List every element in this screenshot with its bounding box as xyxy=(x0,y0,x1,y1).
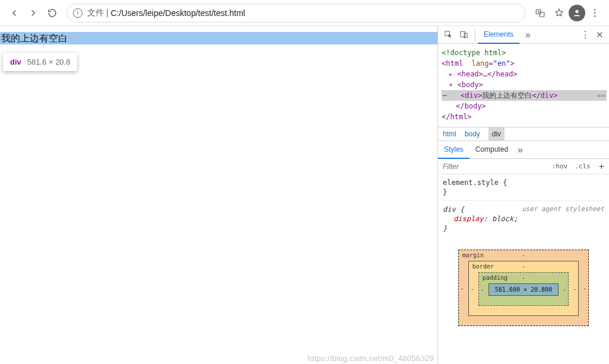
device-toggle-icon[interactable] xyxy=(457,28,470,41)
dom-selection-dots-icon[interactable]: ⋯ xyxy=(439,90,450,101)
new-style-rule-icon[interactable]: + xyxy=(594,161,609,172)
hov-toggle[interactable]: :hov xyxy=(548,162,572,170)
devtools-menu-icon[interactable]: ⋮ xyxy=(579,29,591,40)
dom-html-open[interactable]: <html lang="en"> xyxy=(442,58,607,69)
page-viewport: 我的上边有空白 div 581.6 × 20.8 https://blog.cs… xyxy=(0,26,438,364)
tooltip-dimensions: 581.6 × 20.8 xyxy=(27,58,71,66)
more-tabs-icon[interactable]: » xyxy=(522,30,534,40)
crumb-div[interactable]: div xyxy=(489,127,505,141)
tab-elements[interactable]: Elements xyxy=(478,26,519,44)
element-hover-tooltip: div 581.6 × 20.8 xyxy=(3,53,77,71)
browser-toolbar: i 文件 | C:/Users/leipe/Desktop/test/test.… xyxy=(0,0,609,26)
cls-toggle[interactable]: .cls xyxy=(571,162,594,170)
rule-div-ua[interactable]: div { user agent stylesheet display: blo… xyxy=(443,205,604,237)
profile-avatar[interactable] xyxy=(569,5,585,21)
inspect-element-icon[interactable] xyxy=(442,28,455,41)
styles-filter-input[interactable] xyxy=(438,162,548,171)
watermark-text: https://blog.csdn.net/m0_48056329 xyxy=(307,354,434,363)
workspace: 我的上边有空白 div 581.6 × 20.8 https://blog.cs… xyxy=(0,26,609,364)
svg-point-4 xyxy=(594,12,595,13)
dom-breadcrumb: html body div xyxy=(438,127,609,141)
bm-padding[interactable]: padding - - - 581.600 × 20.800 xyxy=(478,272,569,306)
bm-content-size[interactable]: 581.600 × 20.800 xyxy=(489,283,559,296)
rule-element-style[interactable]: element.style { } xyxy=(443,178,604,201)
crumb-body[interactable]: body xyxy=(465,130,480,138)
url-path: C:/Users/leipe/Desktop/test/test.html xyxy=(111,8,245,18)
box-model: margin - - - border - - - padding - - - … xyxy=(438,244,609,364)
chrome-menu-icon[interactable] xyxy=(586,5,603,21)
styles-tabbar: Styles Computed » xyxy=(438,141,609,159)
style-rules: element.style { } div { user agent style… xyxy=(438,174,609,244)
dom-body-open[interactable]: ▾ <body> xyxy=(442,79,607,90)
devtools-panel: Elements » ⋮ ✕ <!doctype html> <html lan… xyxy=(438,26,609,364)
tooltip-tag: div xyxy=(10,58,21,66)
bm-margin[interactable]: margin - - - border - - - padding - - - … xyxy=(458,250,589,326)
info-icon: i xyxy=(73,8,83,18)
highlighted-element[interactable]: 我的上边有空白 xyxy=(0,32,437,44)
svg-point-2 xyxy=(575,9,578,12)
forward-button[interactable] xyxy=(24,4,43,23)
tab-computed[interactable]: Computed xyxy=(470,141,514,159)
dom-tree[interactable]: <!doctype html> <html lang="en"> ▸ <head… xyxy=(438,44,609,127)
styles-more-tabs-icon[interactable]: » xyxy=(514,145,526,155)
dom-doctype[interactable]: <!doctype html> xyxy=(442,47,607,58)
translate-icon[interactable] xyxy=(532,5,548,21)
crumb-html[interactable]: html xyxy=(443,130,456,138)
bm-border[interactable]: border - - - padding - - - 581.600 × 20.… xyxy=(468,261,579,316)
dom-body-close[interactable]: </body> xyxy=(442,101,607,111)
devtools-topbar: Elements » ⋮ ✕ xyxy=(438,26,609,44)
url-scheme-label: 文件 | xyxy=(87,8,109,18)
reload-button[interactable] xyxy=(43,4,62,23)
style-prop-display[interactable]: display: block; xyxy=(443,214,604,223)
devtools-close-icon[interactable]: ✕ xyxy=(594,30,605,40)
bookmark-star-icon[interactable] xyxy=(551,5,567,21)
dom-html-close[interactable]: </html> xyxy=(442,111,607,122)
dom-selected-div[interactable]: ⋯ <div>我的上边有空白</div> == xyxy=(442,90,607,101)
styles-filter-row: :hov .cls + xyxy=(438,159,609,174)
svg-point-5 xyxy=(594,15,595,17)
address-bar[interactable]: i 文件 | C:/Users/leipe/Desktop/test/test.… xyxy=(66,4,526,23)
tab-styles[interactable]: Styles xyxy=(438,141,470,159)
dom-head[interactable]: ▸ <head>…</head> xyxy=(442,69,607,79)
svg-point-3 xyxy=(594,9,595,10)
back-button[interactable] xyxy=(5,4,24,23)
